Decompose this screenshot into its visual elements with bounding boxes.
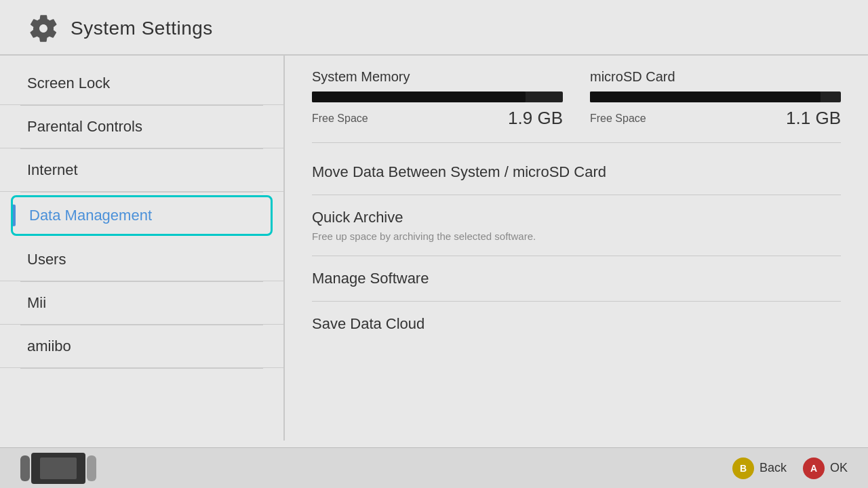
sidebar-item-screen-lock[interactable]: Screen Lock: [0, 62, 283, 105]
switch-left-rail: [20, 455, 30, 481]
gear-icon: [27, 12, 60, 45]
microsd-memory-bar: [590, 92, 841, 102]
sidebar-item-internet[interactable]: Internet: [0, 149, 283, 192]
menu-item-quick-archive-desc: Free up space by archiving the selected …: [312, 230, 841, 242]
menu-item-move-data[interactable]: Move Data Between System / microSD Card: [312, 150, 841, 195]
header: System Settings: [0, 0, 868, 54]
sidebar-divider-3: [20, 192, 263, 192]
system-memory-bar-fill: [312, 92, 526, 102]
back-button[interactable]: B Back: [732, 458, 787, 479]
ok-button[interactable]: A OK: [803, 458, 848, 479]
sidebar-item-mii[interactable]: Mii: [0, 282, 283, 325]
menu-item-move-data-title: Move Data Between System / microSD Card: [312, 163, 841, 181]
system-memory-label: Free Space: [312, 113, 368, 125]
content-area: System Memory Free Space 1.9 GB microSD …: [285, 56, 868, 441]
b-button-circle: B: [732, 458, 754, 479]
system-memory-title: System Memory: [312, 69, 563, 85]
microsd-memory-value: 1.1 GB: [786, 108, 841, 129]
microsd-memory-title: microSD Card: [590, 69, 841, 85]
main-layout: Screen Lock Parental Controls Internet D…: [0, 56, 868, 441]
sidebar: Screen Lock Parental Controls Internet D…: [0, 56, 285, 441]
page-title: System Settings: [71, 18, 213, 39]
sidebar-item-parental-controls[interactable]: Parental Controls: [0, 106, 283, 148]
a-button-circle: A: [803, 458, 825, 479]
switch-body: [31, 453, 85, 484]
system-memory-block: System Memory Free Space 1.9 GB: [312, 69, 563, 129]
system-memory-info: Free Space 1.9 GB: [312, 108, 563, 129]
system-memory-bar: [312, 92, 563, 102]
menu-item-save-data-cloud-title: Save Data Cloud: [312, 315, 841, 333]
microsd-memory-label: Free Space: [590, 113, 646, 125]
microsd-memory-block: microSD Card Free Space 1.1 GB: [590, 69, 841, 129]
microsd-memory-bar-fill: [590, 92, 821, 102]
menu-item-save-data-cloud[interactable]: Save Data Cloud: [312, 302, 841, 346]
menu-item-manage-software[interactable]: Manage Software: [312, 256, 841, 302]
menu-item-quick-archive-title: Quick Archive: [312, 209, 841, 226]
footer-left: [20, 453, 96, 484]
switch-right-rail: [87, 455, 96, 481]
ok-label: OK: [830, 461, 848, 475]
microsd-memory-info: Free Space 1.1 GB: [590, 108, 841, 129]
back-label: Back: [760, 461, 787, 475]
menu-item-quick-archive[interactable]: Quick Archive Free up space by archiving…: [312, 195, 841, 256]
sidebar-item-data-management[interactable]: Data Management: [11, 195, 273, 236]
footer: B Back A OK: [0, 447, 868, 488]
system-memory-value: 1.9 GB: [508, 108, 563, 129]
switch-controller-icon: [20, 453, 96, 484]
sidebar-item-users[interactable]: Users: [0, 239, 283, 281]
footer-right: B Back A OK: [732, 458, 848, 479]
memory-section: System Memory Free Space 1.9 GB microSD …: [312, 69, 841, 143]
sidebar-item-amiibo[interactable]: amiibo: [0, 325, 283, 368]
menu-item-manage-software-title: Manage Software: [312, 270, 841, 287]
switch-screen: [40, 458, 77, 479]
sidebar-divider-6: [20, 368, 263, 369]
